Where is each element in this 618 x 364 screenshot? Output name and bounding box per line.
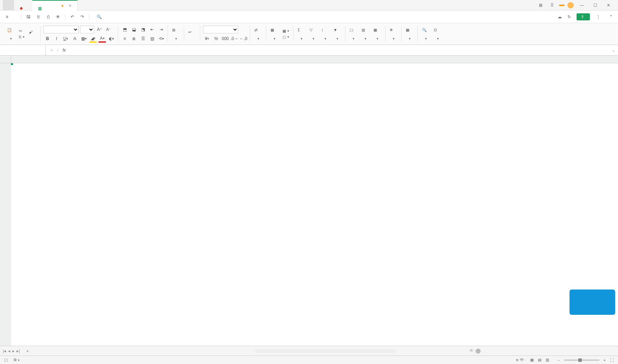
view-layout-icon[interactable]: ▥ — [546, 358, 549, 362]
merge-button[interactable]: ⊞▾ — [171, 28, 181, 40]
paste-button[interactable]: 📋 ▾ — [6, 28, 16, 40]
table-style-button[interactable]: ▦▾ — [281, 28, 291, 34]
copy-button[interactable]: ⎘▾ — [18, 34, 26, 39]
decrease-decimal-icon[interactable]: ←.0 — [240, 35, 247, 43]
increase-font-icon[interactable]: A⁺ — [96, 26, 103, 33]
cut-button[interactable]: ✂ — [18, 28, 26, 34]
tab-home[interactable] — [3, 0, 14, 11]
tab-new[interactable] — [78, 0, 86, 11]
sheet-prev-icon[interactable]: ◂ — [8, 349, 10, 353]
filter-button[interactable]: ▽▾ — [308, 28, 319, 40]
cell-style-button[interactable]: ▢▾ — [281, 34, 291, 40]
decrease-indent-icon[interactable]: ⇤ — [148, 26, 156, 33]
comma-icon[interactable]: 000 — [221, 35, 229, 43]
fx-icon[interactable]: fx — [63, 48, 66, 53]
format-painter-button[interactable]: 🖌 — [27, 30, 38, 38]
cond-format-button[interactable]: ▦▾ — [269, 28, 280, 40]
fill-button[interactable]: ▼▾ — [332, 28, 343, 40]
menu-search[interactable]: 🔍 — [94, 14, 102, 19]
tab-template[interactable]: ◆ — [14, 0, 32, 11]
table-tools-button[interactable]: ▦▾ — [404, 28, 415, 40]
close-window-icon[interactable]: ✕ — [603, 3, 614, 8]
select-all-corner[interactable] — [0, 56, 11, 63]
add-sheet-button[interactable]: + — [22, 348, 32, 354]
font-name-select[interactable] — [44, 26, 79, 33]
more-icon[interactable]: ⋮ — [594, 13, 603, 21]
ime-icon[interactable]: ⊕ 中 · — [516, 357, 526, 363]
align-center-icon[interactable]: ≣ — [130, 35, 138, 43]
align-right-icon[interactable]: ☰ — [139, 35, 147, 43]
name-box-input[interactable] — [3, 48, 43, 53]
border-icon[interactable]: ▦▾ — [80, 35, 88, 43]
app-grid-icon[interactable]: ⠿ — [548, 1, 556, 9]
percent-icon[interactable]: % — [212, 35, 220, 43]
symbol-button[interactable]: Ω▾ — [432, 28, 443, 40]
sort-button[interactable]: ↕▾ — [320, 28, 331, 40]
sheet-next-icon[interactable]: ▸ — [12, 349, 14, 353]
cancel-formula-icon[interactable]: ✕ — [50, 48, 53, 53]
fill-color-icon[interactable]: ◢▾ — [89, 35, 97, 43]
view-page-icon[interactable]: ▤ — [538, 358, 541, 362]
close-icon[interactable]: ✕ — [69, 0, 72, 11]
highlight-icon[interactable]: ◐▾ — [108, 35, 115, 43]
confirm-formula-icon[interactable]: ✓ — [56, 48, 60, 53]
bold-icon[interactable]: B — [44, 35, 51, 43]
redo-icon[interactable]: ↷ — [78, 13, 86, 21]
align-left-icon[interactable]: ≡ — [121, 35, 129, 43]
layout-icon[interactable]: ⊞ — [536, 1, 545, 9]
align-bottom-icon[interactable]: ⬔ — [139, 26, 147, 33]
fullscreen-icon[interactable]: ⛶ — [610, 358, 614, 362]
increase-indent-icon[interactable]: ⇥ — [157, 26, 165, 33]
login-button[interactable] — [559, 5, 565, 6]
sheet-last-icon[interactable]: ▸| — [17, 349, 20, 353]
maximize-icon[interactable]: ☐ — [590, 3, 600, 8]
number-format-select[interactable] — [203, 26, 238, 33]
view-normal-icon[interactable]: ▦ — [530, 358, 534, 362]
formula-expand-icon[interactable]: ⌄ — [609, 48, 618, 53]
save-as-icon[interactable]: ⎘ — [34, 13, 43, 21]
rows-cols-button[interactable]: ▥▾ — [360, 28, 371, 40]
font-size-select[interactable] — [80, 26, 94, 33]
font-color-icon[interactable]: A▾ — [98, 35, 106, 43]
cloud-link[interactable]: ☁ — [558, 14, 563, 19]
strikethrough-icon[interactable]: A — [71, 35, 79, 43]
align-middle-icon[interactable]: ⬓ — [130, 26, 138, 33]
formula-input[interactable] — [73, 48, 606, 53]
zoom-out-icon[interactable]: − — [558, 358, 560, 362]
print-preview-icon[interactable]: 👁 — [54, 13, 62, 21]
underline-icon[interactable]: U▾ — [62, 35, 70, 43]
type-convert-button[interactable]: ⇄▾ — [253, 28, 264, 40]
avatar-icon[interactable] — [567, 2, 574, 8]
menu-hamburger-icon[interactable]: ≡ — [3, 13, 11, 21]
decrease-font-icon[interactable]: A⁻ — [105, 26, 112, 33]
sum-button[interactable]: Σ▾ — [296, 28, 307, 40]
name-box[interactable] — [0, 45, 46, 55]
cells-button[interactable]: ▢▾ — [348, 28, 359, 40]
freeze-button[interactable]: ❄▾ — [388, 28, 399, 40]
cells[interactable] — [11, 63, 618, 346]
zoom-in-icon[interactable]: + — [604, 358, 606, 362]
coop-link[interactable]: ↻ — [567, 14, 572, 19]
find-button[interactable]: 🔍▾ — [421, 28, 431, 40]
zoom-slider[interactable] — [564, 359, 599, 361]
currency-icon[interactable]: ¥▾ — [203, 35, 211, 43]
tab-workbook[interactable]: ▦ ● ✕ — [32, 0, 78, 11]
align-top-icon[interactable]: ⬒ — [121, 26, 129, 33]
sheet-first-icon[interactable]: |◂ — [3, 349, 6, 353]
align-justify-icon[interactable]: ▤ — [148, 35, 156, 43]
italic-icon[interactable]: I — [53, 35, 60, 43]
orientation-icon[interactable]: ⟲▾ — [157, 35, 165, 43]
rows-cols-icon: ▥ — [362, 28, 369, 35]
increase-decimal-icon[interactable]: .0→ — [230, 35, 238, 43]
save-icon[interactable]: 🖫 — [24, 13, 33, 21]
status-mode-icon[interactable]: ▢ — [4, 358, 8, 362]
share-button[interactable]: ⇪ — [577, 13, 590, 20]
worksheet-button[interactable]: ▦▾ — [372, 28, 383, 40]
print-icon[interactable]: ⎙ — [44, 13, 52, 21]
horizontal-scrollbar[interactable] — [32, 349, 618, 353]
undo-icon[interactable]: ↶ — [68, 13, 77, 21]
minimize-icon[interactable]: — — [577, 3, 587, 8]
wrap-button[interactable]: ↩ — [187, 30, 197, 38]
expand-icon[interactable]: ⌃ — [607, 13, 615, 21]
status-mgmt[interactable]: ⚙ ▾ — [13, 358, 20, 362]
